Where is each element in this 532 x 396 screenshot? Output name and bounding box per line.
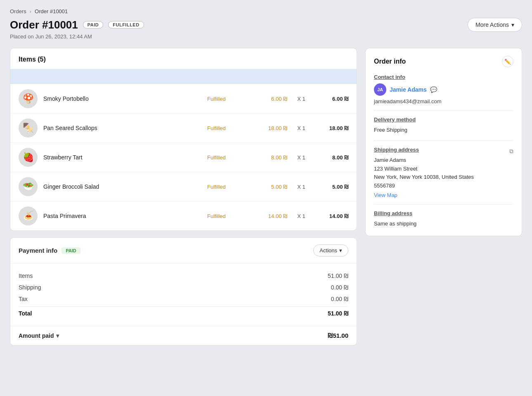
payment-actions-button[interactable]: Actions ▾ (313, 244, 348, 256)
payment-total-value: 51.00 ₪ (328, 310, 348, 317)
amount-paid-label: Amount paid (19, 332, 54, 339)
item-status: Fulfilled (207, 213, 244, 219)
items-header: Items (5) (10, 48, 357, 69)
payment-card: Payment info PAID Actions ▾ Items 51.00 … (10, 237, 357, 346)
paid-badge: PAID (83, 21, 103, 28)
fulfilled-badge: FULFILLED (108, 21, 144, 28)
amount-paid-row: Amount paid ▾ ₪51.00 (10, 326, 357, 345)
payment-total-label: Total (19, 310, 32, 317)
copy-icon[interactable]: ⧉ (509, 148, 513, 155)
payment-header-left: Payment info PAID (19, 247, 80, 254)
more-actions-button[interactable]: More Actions ▾ (468, 18, 522, 32)
right-column: Order info ✏️ Contact info JA Jamie Adam… (365, 48, 522, 236)
payment-shipping-label: Shipping (19, 284, 41, 291)
amount-paid-value: ₪51.00 (328, 332, 348, 339)
breadcrumb-current: Order #10001 (35, 8, 68, 14)
page-title: Order #10001 (10, 19, 78, 31)
item-qty: X 1 (293, 213, 310, 219)
delivery-label: Delivery method (374, 116, 513, 123)
item-price: 5.00 ₪ (250, 184, 287, 190)
payment-shipping-row: Shipping 0.00 ₪ (19, 282, 348, 293)
shipping-phone: 5556789 (374, 182, 513, 190)
table-row: 🥗 Ginger Broccoli Salad Fulfilled 5.00 ₪… (10, 172, 357, 201)
divider-2 (374, 140, 513, 141)
payment-items-row: Items 51.00 ₪ (19, 270, 348, 282)
breadcrumb: Orders › Order #10001 (10, 8, 522, 14)
item-total: 14.00 ₪ (315, 213, 348, 219)
items-title: Items (5) (19, 56, 46, 63)
item-price: 6.00 ₪ (250, 96, 287, 102)
payment-total-row: Total 51.00 ₪ (19, 306, 348, 319)
placed-date: Placed on Jun 26, 2023, 12:44 AM (10, 33, 522, 40)
main-layout: Items (5) 🍄 Smoky Portobello Fulfilled 6… (10, 48, 522, 346)
address-header: Shipping address ⧉ (374, 147, 513, 156)
item-price: 18.00 ₪ (250, 125, 287, 131)
item-qty: X 1 (293, 96, 310, 102)
table-row: 🍢 Pan Seared Scallops Fulfilled 18.00 ₪ … (10, 113, 357, 142)
billing-value: Same as shipping (374, 220, 513, 228)
billing-label: Billing address (374, 210, 513, 216)
divider-1 (374, 110, 513, 111)
chat-icon[interactable]: 💬 (430, 86, 437, 93)
contact-label: Contact info (374, 74, 513, 80)
left-column: Items (5) 🍄 Smoky Portobello Fulfilled 6… (10, 48, 357, 346)
edit-icon[interactable]: ✏️ (502, 56, 513, 67)
contact-name[interactable]: Jamie Adams (390, 86, 427, 93)
table-row: 🍓 Strawberry Tart Fulfilled 8.00 ₪ X 1 8… (10, 142, 357, 172)
item-status: Fulfilled (207, 125, 244, 131)
payment-items-label: Items (19, 273, 33, 279)
contact-section: Contact info JA Jamie Adams 💬 jamieadams… (374, 74, 513, 104)
item-qty: X 1 (293, 125, 310, 131)
avatar: JA (374, 83, 386, 96)
page-header: Order #10001 PAID FULFILLED More Actions… (10, 18, 522, 32)
items-list: 🍄 Smoky Portobello Fulfilled 6.00 ₪ X 1 … (10, 84, 357, 230)
page-header-left: Order #10001 PAID FULFILLED (10, 19, 144, 31)
breadcrumb-orders[interactable]: Orders (10, 8, 26, 14)
item-image: 🥗 (19, 177, 38, 196)
items-card: Items (5) 🍄 Smoky Portobello Fulfilled 6… (10, 48, 357, 231)
item-total: 18.00 ₪ (315, 125, 348, 131)
more-actions-label: More Actions (475, 21, 509, 28)
payment-rows: Items 51.00 ₪ Shipping 0.00 ₪ Tax 0.00 ₪… (10, 263, 357, 326)
item-image: 🍄 (19, 89, 38, 108)
shipping-address-label: Shipping address (374, 147, 419, 153)
item-qty: X 1 (293, 184, 310, 190)
actions-chevron-icon: ▾ (339, 247, 342, 254)
contact-row: JA Jamie Adams 💬 (374, 83, 513, 96)
item-status: Fulfilled (207, 154, 244, 161)
item-price: 14.00 ₪ (250, 213, 287, 219)
order-info-title: Order info ✏️ (374, 56, 513, 67)
item-image: 🍓 (19, 148, 38, 167)
amount-paid-chevron-icon[interactable]: ▾ (56, 332, 59, 339)
shipping-street: 123 William Street (374, 165, 513, 173)
contact-email: jamieadams434@zmail.com (374, 98, 513, 104)
item-total: 6.00 ₪ (315, 96, 348, 102)
payment-tax-label: Tax (19, 296, 28, 302)
payment-paid-badge: PAID (61, 247, 80, 254)
delivery-value: Free Shipping (374, 126, 513, 135)
actions-label: Actions (319, 247, 337, 254)
payment-tax-value: 0.00 ₪ (331, 296, 348, 302)
delivery-section: Delivery method Free Shipping (374, 116, 513, 135)
order-info-card: Order info ✏️ Contact info JA Jamie Adam… (365, 48, 522, 236)
item-name: Smoky Portobello (43, 95, 201, 102)
items-table-header (10, 69, 357, 84)
item-total: 5.00 ₪ (315, 184, 348, 190)
item-name: Strawberry Tart (43, 154, 201, 161)
item-name: Pasta Primavera (43, 213, 201, 219)
order-info-heading: Order info (374, 58, 406, 65)
shipping-name: Jamie Adams (374, 156, 513, 165)
breadcrumb-separator: › (30, 8, 31, 14)
billing-section: Billing address Same as shipping (374, 210, 513, 228)
item-status: Fulfilled (207, 184, 244, 190)
table-row: 🍄 Smoky Portobello Fulfilled 6.00 ₪ X 1 … (10, 84, 357, 113)
payment-shipping-value: 0.00 ₪ (331, 284, 348, 291)
payment-title: Payment info (19, 247, 57, 254)
payment-tax-row: Tax 0.00 ₪ (19, 293, 348, 305)
shipping-address-section: Shipping address ⧉ Jamie Adams 123 Willi… (374, 147, 513, 198)
shipping-city: New York, New York 10038, United States (374, 173, 513, 182)
item-price: 8.00 ₪ (250, 154, 287, 161)
view-map-link[interactable]: View Map (374, 192, 397, 198)
item-status: Fulfilled (207, 96, 244, 102)
item-image: 🍝 (19, 206, 38, 225)
